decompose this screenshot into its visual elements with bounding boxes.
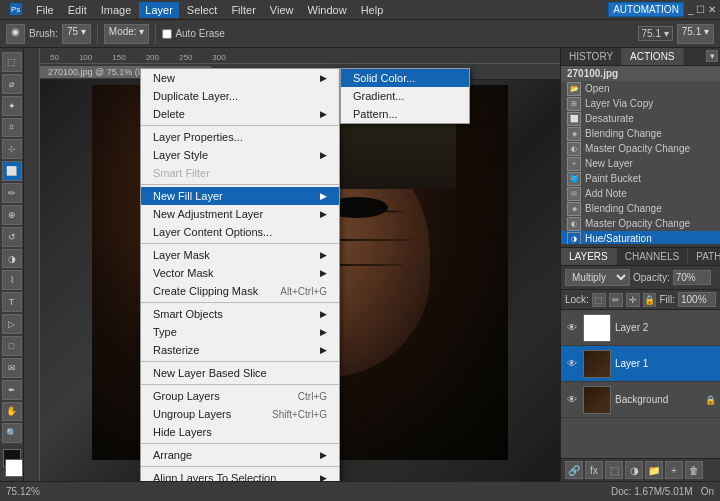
tab-paths[interactable]: PATHS [688,248,720,265]
menu-item-align[interactable]: Align Layers To Selection▶ [141,469,339,481]
lock-paint-btn[interactable]: ✏ [609,293,623,307]
new-fill-submenu[interactable]: Solid Color... Gradient... Pattern... [340,68,470,124]
menu-item-properties[interactable]: Layer Properties... [141,128,339,146]
menu-item-smart-filter[interactable]: Smart Filter [141,164,339,182]
tool-dodge[interactable]: ◑ [2,249,22,269]
tool-shape[interactable]: □ [2,336,22,356]
history-item-layer-via-copy[interactable]: ⊞ Layer Via Copy [561,96,720,111]
menu-item-ungroup[interactable]: Ungroup LayersShift+Ctrl+G [141,405,339,423]
tab-history[interactable]: HISTORY [561,48,622,65]
menu-item-type[interactable]: Type▶ [141,323,339,341]
menu-filter[interactable]: Filter [225,2,261,18]
background-color[interactable] [5,459,23,477]
layer-visibility-layer1[interactable]: 👁 [565,357,579,371]
menu-item-vector-mask[interactable]: Vector Mask▶ [141,264,339,282]
submenu-gradient[interactable]: Gradient... [341,87,469,105]
menu-item-layer-mask[interactable]: Layer Mask▶ [141,246,339,264]
history-item-open[interactable]: 📂 Open [561,81,720,96]
menu-item-new-fill[interactable]: New Fill Layer▶ [141,187,339,205]
menu-item-style[interactable]: Layer Style▶ [141,146,339,164]
menu-ps[interactable]: Ps [4,1,28,19]
menu-item-new-adjustment[interactable]: New Adjustment Layer▶ [141,205,339,223]
menu-help[interactable]: Help [355,2,390,18]
menu-item-new-slice[interactable]: New Layer Based Slice [141,364,339,382]
menu-item-new[interactable]: New▶ [141,69,339,87]
tool-history-brush[interactable]: ↺ [2,227,22,247]
tool-eraser[interactable]: ⬜ [2,161,22,181]
tab-layers[interactable]: LAYERS [561,248,617,265]
tool-brush[interactable]: ✏ [2,183,22,203]
brush-size-btn[interactable]: 75 ▾ [62,24,91,44]
layer-dropdown-menu[interactable]: New▶ Duplicate Layer... Delete▶ Layer Pr… [140,68,340,481]
tool-lasso[interactable]: ⌀ [2,74,22,94]
menu-item-clipping-mask[interactable]: Create Clipping MaskAlt+Ctrl+G [141,282,339,300]
tool-eyedropper[interactable]: ✒ [2,380,22,400]
layer-link-btn[interactable]: 🔗 [565,461,583,479]
menu-item-group[interactable]: Group LayersCtrl+G [141,387,339,405]
history-filename[interactable]: 270100.jpg [561,66,720,81]
zoom-percent[interactable]: 75.1 ▾ [677,24,714,44]
menu-edit[interactable]: Edit [62,2,93,18]
window-controls[interactable]: _ ☐ ✕ [688,4,716,15]
tool-type[interactable]: T [2,292,22,312]
layer-item-layer1[interactable]: 👁 Layer 1 [561,346,720,382]
layer-adj-btn[interactable]: ◑ [625,461,643,479]
menu-image[interactable]: Image [95,2,138,18]
tool-marquee[interactable]: ⬚ [2,52,22,72]
history-item-blending-1[interactable]: ◈ Blending Change [561,126,720,141]
opacity-input[interactable] [673,270,711,285]
tool-clone[interactable]: ⊕ [2,205,22,225]
menu-item-delete[interactable]: Delete▶ [141,105,339,123]
tool-pen[interactable]: ⌇ [2,270,22,290]
tab-channels[interactable]: CHANNELS [617,248,688,265]
lock-all-btn[interactable]: 🔒 [643,293,657,307]
history-item-new-layer[interactable]: + New Layer [561,156,720,171]
history-item-opacity-2[interactable]: ◐ Master Opacity Change [561,216,720,231]
auto-erase-check[interactable]: Auto Erase [162,28,224,39]
history-item-add-note[interactable]: ✉ Add Note [561,186,720,201]
tool-magic[interactable]: ✦ [2,96,22,116]
panel-menu-btn[interactable]: ▾ [706,50,718,62]
history-item-blending-2[interactable]: ◈ Blending Change [561,201,720,216]
tab-actions[interactable]: ACTIONS [622,48,683,65]
history-item-paint-bucket[interactable]: 🪣 Paint Bucket [561,171,720,186]
layer-mask-btn[interactable]: ⬚ [605,461,623,479]
layer-item-layer2[interactable]: 👁 Layer 2 [561,310,720,346]
menu-item-rasterize[interactable]: Rasterize▶ [141,341,339,359]
menu-item-content-options[interactable]: Layer Content Options... [141,223,339,241]
layer-item-background[interactable]: 👁 Background 🔒 [561,382,720,418]
history-item-desaturate[interactable]: ⬜ Desaturate [561,111,720,126]
menu-view[interactable]: View [264,2,300,18]
tool-hand[interactable]: ✋ [2,402,22,422]
layer-visibility-background[interactable]: 👁 [565,393,579,407]
layer-fx-btn[interactable]: fx [585,461,603,479]
lock-transparent-btn[interactable]: ⬚ [592,293,606,307]
history-item-hue-saturation[interactable]: ◑ Hue/Saturation [561,231,720,244]
tool-slice[interactable]: ⊹ [2,139,22,159]
submenu-pattern[interactable]: Pattern... [341,105,469,123]
layer-visibility-layer2[interactable]: 👁 [565,321,579,335]
menu-item-hide[interactable]: Hide Layers [141,423,339,441]
auto-erase-checkbox[interactable] [162,29,172,39]
lock-move-btn[interactable]: ✛ [626,293,640,307]
layer-delete-btn[interactable]: 🗑 [685,461,703,479]
menu-item-arrange[interactable]: Arrange▶ [141,446,339,464]
mode-btn[interactable]: Mode: ▾ [104,24,150,44]
menu-item-smart-objects[interactable]: Smart Objects▶ [141,305,339,323]
menu-layer[interactable]: Layer [139,2,179,18]
layer-new-btn[interactable]: + [665,461,683,479]
menu-select[interactable]: Select [181,2,224,18]
submenu-solid-color[interactable]: Solid Color... [341,69,469,87]
menu-item-duplicate[interactable]: Duplicate Layer... [141,87,339,105]
tool-zoom[interactable]: 🔍 [2,423,22,443]
tool-path[interactable]: ▷ [2,314,22,334]
eraser-tool-btn[interactable]: ◉ [6,24,25,44]
tool-notes[interactable]: ✉ [2,358,22,378]
layer-folder-btn[interactable]: 📁 [645,461,663,479]
tool-crop[interactable]: ⌗ [2,118,22,138]
history-item-opacity-1[interactable]: ◐ Master Opacity Change [561,141,720,156]
fill-input[interactable] [678,292,716,307]
blend-mode-select[interactable]: Multiply Normal Screen [565,269,630,286]
menu-file[interactable]: File [30,2,60,18]
history-content[interactable]: 270100.jpg 📂 Open ⊞ Layer Via Copy ⬜ Des… [561,66,720,244]
